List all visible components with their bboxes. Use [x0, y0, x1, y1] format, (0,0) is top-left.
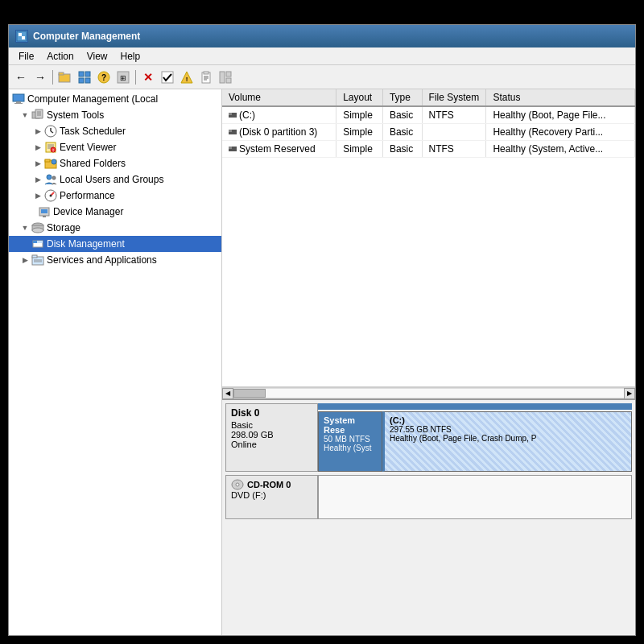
tree-system-tools[interactable]: ▼ System Tools: [9, 107, 221, 123]
help-button[interactable]: ?: [95, 68, 113, 86]
col-volume[interactable]: Volume: [222, 89, 336, 106]
device-manager-label: Device Manager: [53, 206, 123, 217]
local-users-label: Local Users and Groups: [60, 174, 163, 185]
expand-storage[interactable]: ▼: [19, 221, 31, 234]
tree-root[interactable]: Computer Management (Local: [9, 91, 221, 107]
computer-icon: [12, 93, 25, 105]
tree-storage[interactable]: ▼ Storage: [9, 220, 221, 236]
svg-rect-62: [229, 113, 232, 115]
cdrom0-content: [318, 475, 632, 519]
layout-button[interactable]: [217, 68, 234, 86]
svg-rect-5: [79, 72, 84, 76]
svg-point-43: [52, 159, 56, 164]
console-button[interactable]: ⊞: [114, 68, 132, 86]
svg-rect-8: [85, 78, 90, 83]
delete-button[interactable]: ✕: [139, 68, 157, 86]
tree-device-manager[interactable]: Device Manager: [9, 204, 221, 220]
disk0-partitions: System Rese 50 MB NTFS Healthy (Syst (C:…: [318, 403, 632, 472]
col-filesystem[interactable]: File System: [422, 89, 486, 106]
event-viewer-icon: !: [44, 141, 57, 154]
forward-button[interactable]: →: [31, 68, 49, 86]
cdrom0-label: CD-ROM 0 DVD (F:): [225, 475, 318, 519]
tree-services-apps[interactable]: ▶ Services and Applications: [9, 252, 221, 268]
check-button[interactable]: [159, 68, 176, 86]
cdrom0-type: DVD (F:): [231, 490, 312, 500]
scroll-left-btn[interactable]: ◀: [222, 388, 233, 399]
expand-task-scheduler[interactable]: ▶: [31, 125, 44, 138]
tree-disk-management[interactable]: Disk Management: [9, 236, 221, 252]
status-c: Healthy (Boot, Page File...: [486, 106, 635, 124]
vol-sysres: System Reserved: [222, 141, 336, 158]
expand-event-viewer[interactable]: ▶: [31, 141, 44, 154]
open-button[interactable]: [56, 68, 74, 86]
tree-event-viewer[interactable]: ▶ ! Event Viewer: [9, 139, 221, 155]
tree-local-users[interactable]: ▶ Local Users and Groups: [9, 171, 221, 188]
svg-text:⊞: ⊞: [120, 74, 126, 82]
fs-sysres: NTFS: [422, 141, 486, 158]
scroll-thumb[interactable]: [233, 389, 266, 398]
cdrive-part-health: Healthy (Boot, Page File, Crash Dump, P: [390, 434, 626, 443]
expand-performance[interactable]: ▶: [31, 189, 44, 202]
status-sysres: Healthy (System, Active...: [486, 141, 635, 158]
svg-point-53: [32, 228, 43, 233]
services-apps-icon: [31, 254, 44, 266]
col-status[interactable]: Status: [486, 89, 635, 106]
menu-view[interactable]: View: [80, 49, 114, 64]
svg-rect-6: [85, 72, 90, 76]
expand-local-users[interactable]: ▶: [31, 173, 44, 186]
shared-folders-label: Shared Folders: [60, 158, 126, 169]
performance-label: Performance: [60, 190, 115, 201]
c-drive-partition[interactable]: (C:) 297.55 GB NTFS Healthy (Boot, Page …: [382, 411, 632, 472]
menu-file[interactable]: File: [12, 49, 40, 64]
toolbar-sep-1: [52, 70, 53, 85]
svg-rect-23: [226, 78, 231, 83]
layout-p3: Simple: [336, 124, 383, 141]
type-p3: Basic: [382, 124, 422, 141]
disk-management-icon: [31, 237, 44, 250]
system-tools-label: System Tools: [47, 109, 104, 121]
device-manager-icon: [38, 205, 51, 218]
table-row[interactable]: (Disk 0 partition 3) Simple Basic Health…: [222, 124, 635, 141]
expand-system-tools[interactable]: ▼: [19, 109, 31, 122]
disk0-type: Basic: [231, 420, 312, 430]
disk0-status: Online: [231, 440, 312, 449]
event-viewer-label: Event Viewer: [60, 142, 116, 153]
tree-performance[interactable]: ▶ Performance: [9, 188, 221, 204]
svg-text:!: !: [186, 76, 188, 83]
table-row[interactable]: System Reserved Simple Basic NTFS Health…: [222, 141, 635, 158]
back-button[interactable]: ←: [12, 68, 30, 86]
disk-view: Disk 0 Basic 298.09 GB Online System Res…: [222, 398, 635, 635]
menu-help[interactable]: Help: [114, 49, 147, 64]
svg-point-68: [236, 483, 239, 486]
alert-button[interactable]: !: [178, 68, 196, 86]
cdrom0-row: CD-ROM 0 DVD (F:): [225, 475, 632, 519]
performance-icon: [44, 189, 57, 202]
svg-rect-49: [41, 209, 47, 213]
scroll-track[interactable]: [233, 388, 624, 398]
left-panel[interactable]: Computer Management (Local ▼: [9, 89, 222, 635]
storage-label: Storage: [47, 222, 80, 233]
horizontal-scrollbar[interactable]: ◀ ▶: [222, 387, 635, 398]
sysres-part-name: System Rese: [324, 415, 377, 435]
sysres-part-size: 50 MB NTFS: [324, 435, 377, 444]
svg-rect-26: [14, 103, 23, 104]
disk0-title: Disk 0: [231, 407, 312, 419]
col-layout[interactable]: Layout: [336, 89, 383, 106]
system-reserved-partition[interactable]: System Rese 50 MB NTFS Healthy (Syst: [318, 411, 382, 472]
task-scheduler-label: Task Scheduler: [60, 126, 126, 137]
tree-shared-folders[interactable]: ▶ Shared Folders: [9, 155, 221, 171]
svg-rect-64: [229, 130, 232, 132]
disk0-row: Disk 0 Basic 298.09 GB Online System Res…: [225, 403, 632, 472]
scroll-right-btn[interactable]: ▶: [624, 388, 635, 399]
local-users-icon: [44, 173, 57, 186]
tree-task-scheduler[interactable]: ▶ Task Scheduler: [9, 123, 221, 139]
expand-services-apps[interactable]: ▶: [19, 254, 31, 266]
menu-action[interactable]: Action: [40, 49, 80, 64]
svg-rect-2: [22, 36, 25, 39]
grid-button[interactable]: [76, 68, 93, 86]
expand-shared-folders[interactable]: ▶: [31, 157, 44, 170]
vol-c: (C:): [222, 106, 336, 124]
clipboard-button[interactable]: [197, 68, 215, 86]
table-row[interactable]: (C:) Simple Basic NTFS Healthy (Boot, Pa…: [222, 106, 635, 124]
col-type[interactable]: Type: [382, 89, 422, 106]
